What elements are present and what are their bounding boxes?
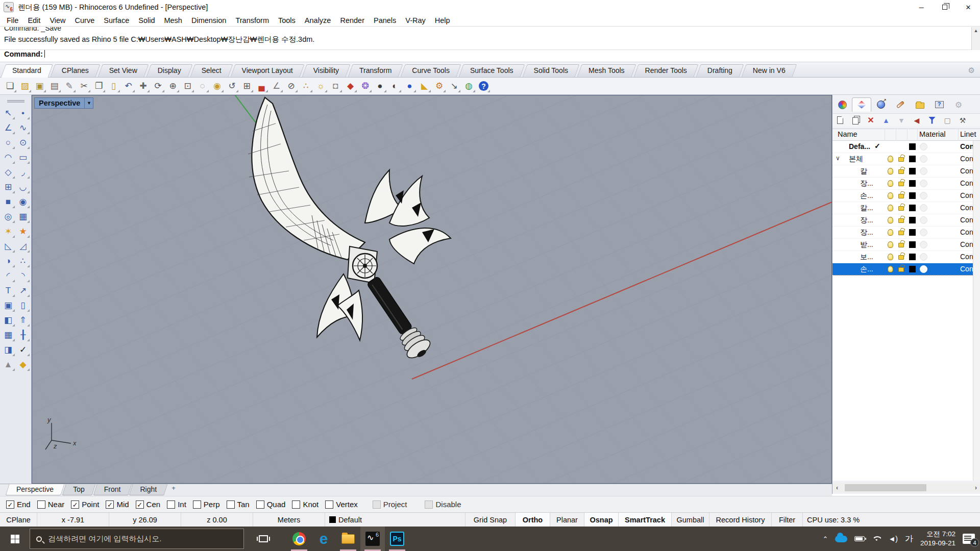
layer-color-swatch[interactable]	[909, 168, 916, 174]
copy-button[interactable]: ❐	[92, 79, 106, 93]
layer-list-hscrollbar[interactable]: ‹ ›	[832, 483, 980, 493]
polyline-button[interactable]: ∠	[1, 120, 16, 135]
menu-view[interactable]: View	[45, 16, 70, 24]
layer-material-swatch[interactable]	[920, 167, 927, 175]
flag-cone-button[interactable]: ◣	[418, 79, 431, 93]
layer-material-swatch[interactable]	[920, 241, 927, 248]
status-filter[interactable]: Filter	[772, 513, 803, 527]
osnap-disable[interactable]: Disable	[425, 500, 461, 509]
layer-row[interactable]: 손...Cont	[832, 190, 973, 202]
palette-grip[interactable]	[7, 100, 24, 103]
check-objects-button[interactable]: ✓	[16, 342, 31, 357]
status-record-history[interactable]: Record History	[709, 513, 772, 527]
osnap-knot[interactable]: Knot	[292, 500, 318, 509]
torus-button[interactable]: ◎	[1, 209, 16, 224]
split-button[interactable]: ◿	[16, 239, 31, 254]
osnap-vertex[interactable]: Vertex	[325, 500, 358, 509]
cplane-button[interactable]: ∠	[270, 79, 283, 93]
trim-button[interactable]: ◺	[1, 239, 16, 254]
layer-row[interactable]: 장...Cont	[832, 214, 973, 227]
column-material[interactable]: Material	[919, 130, 946, 138]
layer-color-swatch[interactable]	[909, 205, 916, 211]
osnap-end[interactable]: ✓End	[6, 500, 31, 509]
tab-display[interactable]: Display	[149, 64, 190, 77]
layer-row[interactable]: 장...Cont	[832, 178, 973, 190]
array-button[interactable]: ▣	[1, 298, 16, 313]
new-file-button[interactable]: ❏	[3, 79, 17, 93]
checkbox-project[interactable]	[373, 500, 381, 509]
tab-visibility[interactable]: Visibility	[304, 64, 348, 77]
scale-button[interactable]: ↗	[16, 283, 31, 298]
blend-surface-button[interactable]: ◝	[16, 268, 31, 283]
menu-dimension[interactable]: Dimension	[187, 16, 231, 24]
layer-visibility-bulb-icon[interactable]	[888, 229, 893, 236]
viewport-tab-right[interactable]: Right	[131, 484, 166, 495]
layer-unlocked-icon[interactable]	[898, 255, 904, 260]
status-y-26-09[interactable]: y 26.09	[109, 513, 181, 527]
layer-list-vscrollbar[interactable]	[973, 141, 980, 481]
menu-curve[interactable]: Curve	[70, 16, 100, 24]
explode-button[interactable]: ✶	[1, 224, 16, 239]
layer-unlocked-icon[interactable]	[898, 267, 904, 272]
layer-unlocked-icon[interactable]	[898, 231, 904, 235]
spotlight-button[interactable]: ◆	[16, 357, 31, 372]
copy-layer-button[interactable]	[848, 114, 863, 127]
osnap-quad[interactable]: Quad	[256, 500, 286, 509]
save-button[interactable]: ▣	[33, 79, 46, 93]
layer-material-swatch[interactable]	[920, 229, 927, 236]
solid-box-button[interactable]: ■	[1, 194, 16, 209]
layer-visibility-bulb-icon[interactable]	[888, 156, 893, 162]
checkbox-knot[interactable]	[292, 500, 300, 509]
viewport-tab-top[interactable]: Top	[64, 484, 94, 495]
tab-viewport-layout[interactable]: Viewport Layout	[233, 64, 302, 77]
layer-row[interactable]: 손...Cont	[832, 263, 973, 276]
menu-transform[interactable]: Transform	[231, 16, 274, 24]
minimize-button[interactable]: ─	[910, 0, 933, 14]
tab-set-view[interactable]: Set View	[100, 64, 146, 77]
scrollbar-thumb[interactable]	[845, 484, 926, 491]
layer-linetype[interactable]: Cont	[960, 265, 973, 273]
viewport-title-dropdown[interactable]: Perspective ▼	[34, 97, 93, 109]
zoom-button[interactable]: ⊕	[166, 79, 180, 93]
layer-linetype[interactable]: Cont	[960, 155, 973, 163]
color-wheel-button[interactable]: ❂	[358, 79, 372, 93]
single-point-button[interactable]: •	[16, 106, 31, 120]
distribute-button[interactable]: ╂	[16, 328, 31, 342]
tabbar-gear-icon[interactable]: ⚙	[968, 66, 975, 75]
layer-color-swatch[interactable]	[909, 192, 916, 199]
tab-display[interactable]	[871, 97, 891, 112]
layer-unlocked-icon[interactable]	[898, 182, 904, 186]
lock-button[interactable]: ◘	[329, 79, 342, 93]
checkbox-end[interactable]: ✓	[6, 500, 14, 509]
checkbox-near[interactable]	[37, 500, 45, 509]
menu-panels[interactable]: Panels	[369, 16, 401, 24]
checkbox-perp[interactable]	[193, 500, 201, 509]
scroll-left-icon[interactable]: ‹	[832, 484, 842, 491]
layer-color-swatch[interactable]	[909, 217, 916, 223]
freeform-curve-button[interactable]: ∿	[16, 120, 31, 135]
checkbox-cen[interactable]: ✓	[136, 500, 144, 509]
tab-materials[interactable]	[891, 97, 910, 112]
report-button[interactable]: ▢	[940, 114, 955, 127]
layer-linetype[interactable]: Cont	[960, 179, 973, 187]
layer-linetype[interactable]: Cont	[960, 167, 973, 175]
column-linetype[interactable]: Linet	[960, 130, 976, 138]
light-bulb-button[interactable]: ☼	[314, 79, 328, 93]
layer-unlocked-icon[interactable]	[898, 243, 904, 247]
arc-button[interactable]: ◠	[1, 150, 16, 165]
start-button[interactable]	[0, 527, 30, 551]
photoshop-taskbar-button[interactable]: Ps	[385, 527, 409, 551]
checkbox-vertex[interactable]	[325, 500, 333, 509]
add-viewport-tab-button[interactable]: +	[167, 484, 180, 493]
layer-visibility-bulb-icon[interactable]	[888, 217, 893, 223]
select-arrow-button[interactable]: ↖	[1, 106, 16, 120]
layer-color-swatch[interactable]	[909, 266, 916, 272]
task-view-button[interactable]	[251, 527, 276, 551]
surface-from-points-button[interactable]: ⊞	[1, 180, 16, 194]
layer-visibility-bulb-icon[interactable]	[888, 266, 893, 272]
viewport-tab-front[interactable]: Front	[95, 484, 130, 495]
array-grid-button[interactable]: ▦	[1, 328, 16, 342]
osnap-project[interactable]: Project	[373, 500, 407, 509]
tab-standard[interactable]: Standard	[3, 64, 51, 77]
point-cloud-button[interactable]: ∴	[16, 254, 31, 268]
